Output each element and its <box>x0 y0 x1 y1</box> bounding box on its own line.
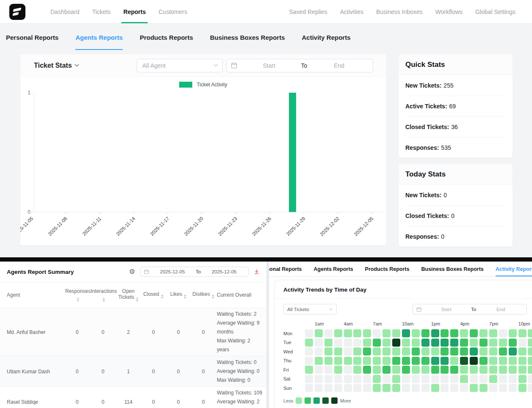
heatmap-cell[interactable] <box>402 375 410 383</box>
activity-date-start-input[interactable] <box>424 307 468 312</box>
column-header-likes[interactable]: Likes <box>167 291 191 299</box>
heatmap-cell[interactable] <box>363 375 371 383</box>
heatmap-cell[interactable] <box>421 375 429 383</box>
heatmap-cell[interactable] <box>421 339 429 347</box>
heatmap-cell[interactable] <box>344 366 352 374</box>
ticket-stats-title[interactable]: Ticket Stats <box>34 62 137 69</box>
heatmap-cell[interactable] <box>431 347 439 356</box>
heatmap-cell[interactable] <box>528 375 532 383</box>
heatmap-cell[interactable] <box>382 329 391 337</box>
heatmap-cell[interactable] <box>518 366 526 374</box>
nav-item-business-inboxes[interactable]: Business Inboxes <box>370 0 429 23</box>
heatmap-cell[interactable] <box>431 329 439 337</box>
heatmap-cell[interactable] <box>363 357 371 365</box>
activity-tab-products-reports[interactable]: Products Reports <box>365 262 410 276</box>
heatmap-cell[interactable] <box>324 384 332 392</box>
heatmap-cell[interactable] <box>450 375 458 383</box>
tab-personal-reports[interactable]: Personal Reports <box>6 24 58 51</box>
nav-item-reports[interactable]: Reports <box>117 0 152 23</box>
heatmap-cell[interactable] <box>392 329 400 337</box>
heatmap-cell[interactable] <box>315 375 323 383</box>
heatmap-cell[interactable] <box>402 339 410 347</box>
sort-icon[interactable] <box>103 298 105 302</box>
heatmap-cell[interactable] <box>363 384 371 392</box>
heatmap-cell[interactable] <box>305 329 313 337</box>
heatmap-cell[interactable] <box>315 329 323 337</box>
heatmap-cell[interactable] <box>402 384 410 392</box>
heatmap-cell[interactable] <box>518 375 526 383</box>
heatmap-cell[interactable] <box>334 384 342 392</box>
heatmap-cell[interactable] <box>373 339 381 347</box>
nav-item-tickets[interactable]: Tickets <box>86 0 117 23</box>
heatmap-cell[interactable] <box>431 375 439 383</box>
heatmap-cell[interactable] <box>353 329 361 337</box>
heatmap-cell[interactable] <box>460 366 468 374</box>
heatmap-cell[interactable] <box>509 357 517 365</box>
heatmap-cell[interactable] <box>412 357 420 365</box>
heatmap-cell[interactable] <box>470 347 478 356</box>
heatmap-cell[interactable] <box>324 339 332 347</box>
heatmap-cell[interactable] <box>431 366 439 374</box>
heatmap-cell[interactable] <box>402 329 410 337</box>
tab-agents-reports[interactable]: Agents Reports <box>75 24 123 51</box>
heatmap-cell[interactable] <box>315 347 323 356</box>
heatmap-cell[interactable] <box>460 339 468 347</box>
heatmap-cell[interactable] <box>344 384 352 392</box>
heatmap-cell[interactable] <box>499 384 507 392</box>
heatmap-cell[interactable] <box>363 339 371 347</box>
heatmap-cell[interactable] <box>489 357 497 365</box>
heatmap-cell[interactable] <box>421 329 429 337</box>
heatmap-cell[interactable] <box>324 366 332 374</box>
date-start-input[interactable] <box>240 62 299 69</box>
heatmap-cell[interactable] <box>353 339 361 347</box>
heatmap-cell[interactable] <box>499 339 507 347</box>
heatmap-cell[interactable] <box>382 375 391 383</box>
heatmap-cell[interactable] <box>344 375 352 383</box>
heatmap-cell[interactable] <box>450 329 458 337</box>
heatmap-cell[interactable] <box>509 347 517 356</box>
heatmap-cell[interactable] <box>518 339 526 347</box>
heatmap-cell[interactable] <box>528 339 532 347</box>
heatmap-cell[interactable] <box>441 357 449 365</box>
heatmap-cell[interactable] <box>305 375 313 383</box>
heatmap-cell[interactable] <box>450 357 458 365</box>
heatmap-cell[interactable] <box>402 366 410 374</box>
tab-activity-reports[interactable]: Activity Reports <box>302 24 351 51</box>
heatmap-cell[interactable] <box>509 339 517 347</box>
heatmap-cell[interactable] <box>489 347 497 356</box>
heatmap-cell[interactable] <box>305 347 313 356</box>
heatmap-cell[interactable] <box>373 347 381 356</box>
heatmap-cell[interactable] <box>470 339 478 347</box>
heatmap-cell[interactable] <box>334 357 342 365</box>
tab-business-boxes-reports[interactable]: Business Boxes Reports <box>210 24 285 51</box>
heatmap-cell[interactable] <box>382 384 391 392</box>
heatmap-cell[interactable] <box>412 347 420 356</box>
heatmap-cell[interactable] <box>421 347 429 356</box>
heatmap-cell[interactable] <box>334 329 342 337</box>
heatmap-cell[interactable] <box>353 375 361 383</box>
nav-item-global-settings[interactable]: Global Settings <box>469 0 522 23</box>
heatmap-cell[interactable] <box>470 366 478 374</box>
heatmap-cell[interactable] <box>344 357 352 365</box>
heatmap-cell[interactable] <box>353 347 361 356</box>
heatmap-cell[interactable] <box>431 384 439 392</box>
heatmap-cell[interactable] <box>392 375 400 383</box>
heatmap-cell[interactable] <box>334 366 342 374</box>
heatmap-cell[interactable] <box>450 366 458 374</box>
heatmap-cell[interactable] <box>441 329 449 337</box>
nav-item-customers[interactable]: Customers <box>152 0 194 23</box>
heatmap-cell[interactable] <box>373 375 381 383</box>
activity-tab-business-boxes-reports[interactable]: Business Boxes Reports <box>421 262 483 276</box>
heatmap-cell[interactable] <box>479 375 488 383</box>
heatmap-cell[interactable] <box>344 339 352 347</box>
column-header-interactions[interactable]: Interactions <box>91 288 117 302</box>
heatmap-cell[interactable] <box>479 339 488 347</box>
ticket-filter-select[interactable]: All Tickets <box>283 304 337 314</box>
heatmap-cell[interactable] <box>499 375 507 383</box>
heatmap-cell[interactable] <box>392 339 400 347</box>
heatmap-cell[interactable] <box>528 347 532 356</box>
heatmap-cell[interactable] <box>460 375 468 383</box>
heatmap-cell[interactable] <box>441 347 449 356</box>
heatmap-cell[interactable] <box>489 384 497 392</box>
heatmap-cell[interactable] <box>509 384 517 392</box>
